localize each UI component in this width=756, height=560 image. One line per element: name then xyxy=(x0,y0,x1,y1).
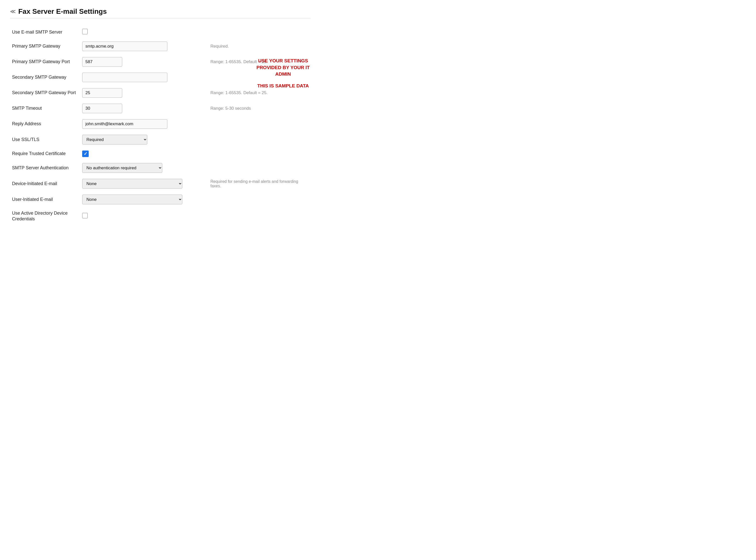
page-title: Fax Server E-mail Settings xyxy=(18,7,107,16)
hint-primary-smtp-gateway: Required. xyxy=(205,39,311,54)
label-device-initiated-email: Device-Initiated E-mail xyxy=(10,176,80,192)
label-secondary-smtp-gateway: Secondary SMTP Gateway xyxy=(10,69,80,85)
checkbox-use-email-smtp[interactable] xyxy=(82,29,88,34)
label-use-ssl-tls: Use SSL/TLS xyxy=(10,132,80,147)
select-smtp-auth[interactable]: No authentication required Login/Plain N… xyxy=(82,163,162,173)
row-primary-smtp-gateway: Primary SMTP Gateway Required. xyxy=(10,39,311,54)
annotation-line1: USE YOUR SETTINGS PROVIDED BY YOUR IT AD… xyxy=(251,58,316,78)
label-require-trusted-cert: Require Trusted Certificate xyxy=(10,147,80,160)
select-use-ssl-tls[interactable]: Disabled Optional Required xyxy=(82,135,147,144)
row-use-ssl-tls: Use SSL/TLS Disabled Optional Required xyxy=(10,132,311,147)
label-primary-smtp-gateway: Primary SMTP Gateway xyxy=(10,39,80,54)
row-smtp-timeout: SMTP Timeout Range: 5-30 seconds xyxy=(10,101,311,116)
hint-device-initiated-email: Required for sending e-mail alerts and f… xyxy=(205,176,311,192)
label-smtp-auth: SMTP Server Authentication xyxy=(10,160,80,176)
annotation-line2: THIS IS SAMPLE DATA xyxy=(251,83,316,89)
cell-secondary-smtp-gateway xyxy=(80,69,205,85)
cell-user-initiated-email: None Use Device SMTP Credentials Use Ses… xyxy=(80,192,205,207)
input-primary-smtp-gateway[interactable] xyxy=(82,42,167,51)
cell-primary-smtp-port xyxy=(80,54,205,69)
cell-use-ssl-tls: Disabled Optional Required xyxy=(80,132,205,147)
row-use-ad-credentials: Use Active Directory Device Credentials xyxy=(10,207,311,225)
input-reply-address[interactable] xyxy=(82,119,167,129)
row-require-trusted-cert: Require Trusted Certificate xyxy=(10,147,311,160)
label-user-initiated-email: User-Initiated E-mail xyxy=(10,192,80,207)
cell-reply-address xyxy=(80,116,205,132)
label-use-ad-credentials: Use Active Directory Device Credentials xyxy=(10,207,80,225)
input-secondary-smtp-gateway[interactable] xyxy=(82,73,167,82)
input-smtp-timeout[interactable] xyxy=(82,104,122,113)
label-secondary-smtp-port: Secondary SMTP Gateway Port xyxy=(10,85,80,101)
row-user-initiated-email: User-Initiated E-mail None Use Device SM… xyxy=(10,192,311,207)
cell-secondary-smtp-port xyxy=(80,85,205,101)
collapse-icon[interactable]: ≪ xyxy=(10,8,16,15)
label-reply-address: Reply Address xyxy=(10,116,80,132)
cell-smtp-auth: No authentication required Login/Plain N… xyxy=(80,160,205,176)
cell-primary-smtp-gateway xyxy=(80,39,205,54)
row-reply-address: Reply Address xyxy=(10,116,311,132)
select-device-initiated-email[interactable]: None Use Device SMTP Credentials xyxy=(82,179,182,188)
checkbox-use-ad-credentials[interactable] xyxy=(82,213,88,218)
select-user-initiated-email[interactable]: None Use Device SMTP Credentials Use Ses… xyxy=(82,195,182,204)
cell-use-email-smtp xyxy=(80,26,205,39)
cell-require-trusted-cert xyxy=(80,147,205,160)
hint-smtp-timeout: Range: 5-30 seconds xyxy=(205,101,311,116)
cell-use-ad-credentials xyxy=(80,207,205,225)
annotation-box: USE YOUR SETTINGS PROVIDED BY YOUR IT AD… xyxy=(251,58,316,89)
label-smtp-timeout: SMTP Timeout xyxy=(10,101,80,116)
settings-form: Use E-mail SMTP Server Primary SMTP Gate… xyxy=(10,26,311,225)
row-device-initiated-email: Device-Initiated E-mail None Use Device … xyxy=(10,176,311,192)
row-smtp-auth: SMTP Server Authentication No authentica… xyxy=(10,160,311,176)
section-header: ≪ Fax Server E-mail Settings xyxy=(10,7,311,18)
checkbox-require-trusted-cert[interactable] xyxy=(82,151,89,157)
label-primary-smtp-port: Primary SMTP Gateway Port xyxy=(10,54,80,69)
row-use-email-smtp: Use E-mail SMTP Server xyxy=(10,26,311,39)
input-primary-smtp-port[interactable] xyxy=(82,57,122,67)
cell-smtp-timeout xyxy=(80,101,205,116)
label-use-email-smtp: Use E-mail SMTP Server xyxy=(10,26,80,39)
cell-device-initiated-email: None Use Device SMTP Credentials xyxy=(80,176,205,192)
input-secondary-smtp-port[interactable] xyxy=(82,88,122,98)
